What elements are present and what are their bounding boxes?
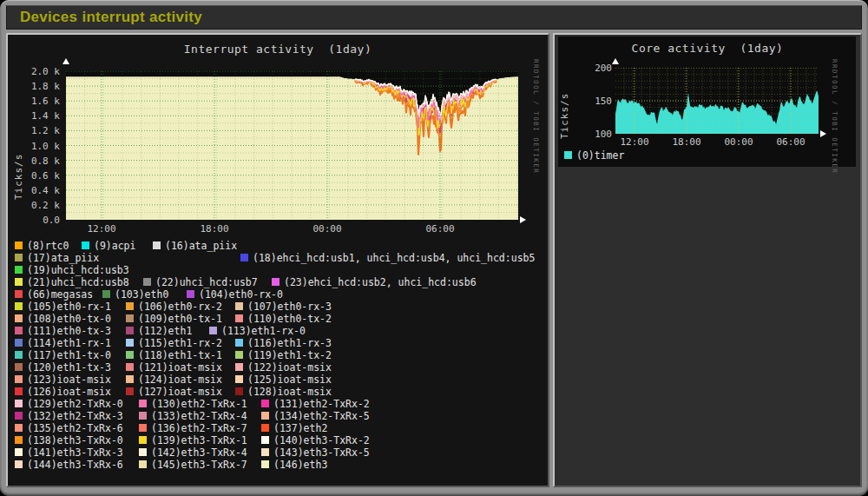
legend-color-swatch — [15, 375, 23, 383]
legend-label: (139)eth3-TxRx-1 — [151, 435, 247, 446]
y-tick-label: 150 — [574, 96, 612, 107]
y-tick-label: 1.0 k — [22, 141, 60, 152]
legend-color-swatch — [15, 302, 23, 310]
x-tick-label: 18:00 — [195, 223, 233, 235]
interrupt-activity-chart — [66, 71, 518, 220]
legend-label: (146)eth3 — [273, 460, 327, 470]
interrupt-chart-title: Interrupt activity (1day) — [184, 43, 372, 56]
legend-color-swatch — [235, 314, 243, 322]
legend-color-swatch — [15, 351, 23, 359]
y-tick-label: 1.8 k — [22, 81, 60, 92]
window-title: Devices interrupt activity — [20, 9, 202, 26]
legend-label: (131)eth2-TxRx-2 — [273, 399, 370, 409]
core-activity-chart — [615, 68, 819, 134]
legend-label: (124)ioat-msix — [138, 374, 222, 385]
y-tick-label: 1.2 k — [22, 125, 60, 136]
legend-color-swatch — [15, 460, 23, 468]
legend-color-swatch — [15, 278, 23, 286]
legend-label: (116)eth1-rx-3 — [247, 338, 332, 348]
y-tick-label: 0.2 k — [22, 200, 60, 211]
legend-color-swatch — [102, 290, 110, 298]
rrdtool-watermark: RRDTOOL / TOBI OETIKER — [831, 59, 838, 162]
legend-label: (133)eth2-TxRx-4 — [151, 411, 247, 421]
legend-label: (115)eth1-rx-2 — [138, 338, 222, 348]
legend-label: (110)eth0-tx-2 — [247, 314, 332, 324]
core-chart-title: Core activity (1day) — [632, 42, 784, 55]
legend-color-swatch — [564, 151, 572, 159]
legend-color-swatch — [126, 363, 134, 371]
legend-color-swatch — [272, 278, 279, 286]
x-tick-label: 00:00 — [720, 136, 758, 148]
legend-label: (119)eth1-tx-2 — [247, 350, 332, 360]
legend-label: (22)uhci_hcd:usb7 — [155, 277, 258, 288]
legend-color-swatch — [261, 424, 269, 432]
legend-label: (141)eth3-TxRx-3 — [27, 447, 123, 458]
legend-color-swatch — [261, 448, 269, 456]
legend-color-swatch — [126, 375, 134, 383]
legend-color-swatch — [139, 424, 147, 432]
core-activity-panel: Core activity (1day) RRDTOOL / TOBI OETI… — [553, 33, 862, 487]
legend-color-swatch — [15, 254, 23, 261]
legend-color-swatch — [126, 351, 134, 359]
window-titlebar[interactable]: Devices interrupt activity — [6, 5, 862, 30]
legend-label: (134)eth2-TxRx-5 — [273, 411, 370, 421]
legend-label: (121)ioat-msix — [138, 362, 222, 373]
legend-color-swatch — [235, 302, 243, 310]
legend-color-swatch — [209, 327, 217, 334]
window-content: Interrupt activity (1day) RRDTOOL / TOBI… — [6, 33, 862, 490]
legend-label: (142)eth3-TxRx-4 — [151, 447, 247, 458]
legend-label: (143)eth3-TxRx-5 — [273, 447, 370, 458]
legend-label: (18)ehci_hcd:usb1, uhci_hcd:usb4, uhci_h… — [253, 253, 535, 263]
legend-label: (23)ehci_hcd:usb2, uhci_hcd:usb6 — [284, 277, 477, 288]
y-tick-label: 200 — [574, 63, 612, 74]
legend-label: (17)ata_piix — [27, 253, 99, 263]
legend-label: (125)ioat-msix — [247, 374, 332, 385]
legend-color-swatch — [15, 314, 23, 322]
y-tick-label: 100 — [574, 129, 612, 140]
legend-color-swatch — [139, 412, 147, 420]
legend-color-swatch — [235, 351, 243, 359]
y-axis-arrow-icon — [612, 58, 619, 64]
legend-color-swatch — [153, 241, 161, 249]
legend-color-swatch — [139, 460, 147, 468]
legend-color-swatch — [261, 412, 269, 420]
legend-label: (16)ata_piix — [165, 241, 237, 251]
legend-color-swatch — [126, 302, 134, 310]
application-window: Devices interrupt activity Interrupt act… — [0, 0, 868, 496]
legend-label: (127)ioat-msix — [138, 387, 222, 397]
legend-label: (8)rtc0 — [27, 241, 69, 251]
legend-label: (104)eth0-rx-0 — [199, 289, 283, 300]
legend-color-swatch — [235, 339, 243, 347]
legend-color-swatch — [15, 241, 23, 249]
legend-color-swatch — [187, 290, 194, 298]
x-tick-label: 06:00 — [772, 136, 810, 148]
legend-color-swatch — [15, 327, 23, 334]
legend-color-swatch — [15, 424, 23, 432]
legend-color-swatch — [235, 363, 243, 371]
legend-label: (111)eth0-tx-3 — [27, 326, 111, 336]
legend-label: (21)uhci_hcd:usb8 — [27, 277, 129, 288]
legend-color-swatch — [15, 412, 23, 420]
rrdtool-watermark: RRDTOOL / TOBI OETIKER — [532, 59, 540, 198]
legend-label: (128)ioat-msix — [247, 387, 332, 397]
interrupt-activity-panel: Interrupt activity (1day) RRDTOOL / TOBI… — [6, 33, 549, 487]
y-tick-label: 2.0 k — [22, 66, 60, 77]
legend-color-swatch — [126, 314, 134, 322]
legend-color-swatch — [235, 375, 243, 383]
legend-label: (113)eth1-rx-0 — [221, 326, 306, 336]
y-tick-label: 0.0 — [22, 215, 60, 226]
legend-color-swatch — [261, 460, 269, 468]
legend-label: (135)eth2-TxRx-6 — [27, 423, 123, 433]
legend-label: (114)eth1-rx-1 — [27, 338, 111, 348]
y-tick-label: 0.4 k — [22, 185, 60, 196]
legend-label: (103)eth0 — [115, 289, 168, 300]
legend-label: (123)ioat-msix — [27, 374, 111, 385]
legend-label: (122)ioat-msix — [247, 362, 332, 373]
legend-color-swatch — [15, 363, 23, 371]
legend-label: (137)eth2 — [273, 423, 327, 433]
x-axis-arrow-icon — [520, 216, 526, 223]
x-tick-label: 00:00 — [308, 223, 346, 235]
y-tick-label: 1.4 k — [22, 110, 60, 122]
y-tick-label: 0.6 k — [22, 170, 60, 182]
legend-color-swatch — [139, 400, 147, 407]
